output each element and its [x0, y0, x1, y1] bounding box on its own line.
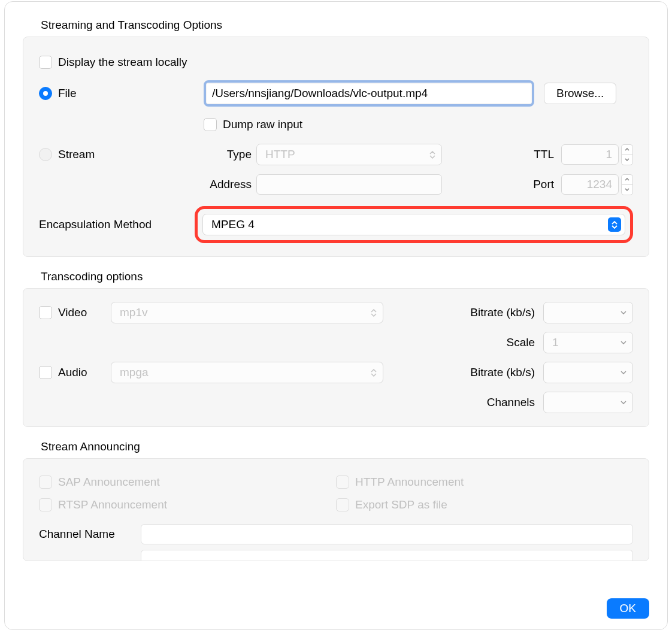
chevron-down-icon [618, 396, 629, 409]
transcoding-section-title: Transcoding options [41, 270, 649, 283]
video-bitrate-select[interactable] [543, 302, 633, 323]
chevron-down-icon [618, 306, 629, 319]
http-ann-label: HTTP Announcement [355, 476, 464, 489]
http-ann-row: HTTP Announcement [336, 472, 633, 492]
port-stepper-up[interactable] [621, 174, 633, 184]
channel-name-input[interactable] [141, 524, 633, 544]
audio-codec-select[interactable]: mpga [111, 362, 383, 383]
ttl-stepper-down[interactable] [621, 155, 633, 165]
video-label: Video [58, 306, 87, 319]
export-sdp-checkbox [336, 498, 349, 511]
port-stepper [621, 174, 633, 195]
channel-name-row: Channel Name [39, 522, 633, 546]
port-label: Port [533, 178, 554, 191]
encapsulation-select[interactable]: MPEG 4 [202, 214, 625, 235]
display-locally-row: Display the stream locally [39, 50, 633, 74]
ttl-stepper [621, 144, 633, 165]
rtsp-checkbox [39, 498, 52, 511]
video-checkbox[interactable] [39, 306, 52, 319]
audio-bitrate-select[interactable] [543, 362, 633, 383]
dialog-window: Streaming and Transcoding Options Displa… [4, 1, 668, 630]
audio-label: Audio [58, 366, 87, 379]
type-label: Type [204, 148, 252, 161]
address-input[interactable] [256, 174, 442, 195]
chevron-up-down-icon [608, 217, 621, 232]
stream-type-value: HTTP [265, 148, 295, 161]
export-sdp-label: Export SDP as file [355, 498, 447, 511]
chevron-up-down-icon [368, 366, 379, 379]
scale-row: Scale 1 [39, 332, 633, 353]
content: Streaming and Transcoding Options Displa… [5, 2, 667, 561]
channel-name-label: Channel Name [39, 528, 141, 541]
video-codec-select[interactable]: mp1v [111, 302, 383, 323]
audio-row: Audio mpga Bitrate (kb/s) [39, 362, 633, 383]
display-locally-label: Display the stream locally [58, 56, 187, 69]
stream-type-row: Stream Type HTTP TTL [39, 143, 633, 166]
rtsp-label: RTSP Announcement [58, 498, 167, 511]
file-radio[interactable] [39, 87, 52, 100]
channels-row: Channels [39, 392, 633, 413]
file-path-focus-ring [204, 80, 534, 107]
video-codec-value: mp1v [120, 306, 147, 319]
stream-label: Stream [58, 148, 95, 161]
transcoding-panel: Video mp1v Bitrate (kb/s) [23, 288, 649, 427]
chevron-down-icon [625, 158, 629, 161]
rtsp-row: RTSP Announcement [39, 495, 336, 515]
announcing-section-title: Stream Announcing [41, 440, 649, 453]
dump-raw-checkbox[interactable] [204, 118, 217, 131]
file-path-input[interactable] [207, 84, 531, 103]
file-label: File [58, 87, 77, 100]
truncated-input[interactable] [141, 550, 633, 561]
ttl-label: TTL [534, 148, 554, 161]
sap-row: SAP Announcement [39, 472, 336, 492]
browse-button[interactable]: Browse... [544, 83, 616, 104]
scale-value: 1 [552, 336, 559, 349]
chevron-up-down-icon [427, 148, 438, 161]
audio-bitrate-label: Bitrate (kb/s) [470, 366, 535, 379]
http-ann-checkbox [336, 476, 349, 489]
chevron-up-icon [625, 178, 629, 181]
scale-label: Scale [506, 336, 535, 349]
dump-raw-row: Dump raw input [39, 113, 633, 137]
encapsulation-row: Encapsulation Method MPEG 4 [39, 206, 633, 243]
chevron-down-icon [618, 366, 629, 379]
port-stepper-down[interactable] [621, 184, 633, 195]
video-bitrate-label: Bitrate (kb/s) [470, 306, 535, 319]
export-sdp-row: Export SDP as file [336, 495, 633, 515]
dump-raw-label: Dump raw input [223, 118, 302, 131]
audio-codec-value: mpga [120, 366, 149, 379]
ttl-input[interactable] [561, 144, 619, 165]
ok-button[interactable]: OK [607, 598, 649, 619]
encapsulation-value: MPEG 4 [211, 218, 255, 231]
stream-radio[interactable] [39, 148, 52, 161]
sap-label: SAP Announcement [58, 476, 160, 489]
scale-select[interactable]: 1 [543, 332, 633, 353]
port-input[interactable] [561, 174, 619, 195]
chevron-down-icon [618, 336, 629, 349]
chevron-up-icon [625, 148, 629, 151]
chevron-down-icon [625, 188, 629, 191]
display-locally-checkbox[interactable] [39, 56, 52, 69]
video-row: Video mp1v Bitrate (kb/s) [39, 302, 633, 323]
channels-select[interactable] [543, 392, 633, 413]
ttl-stepper-up[interactable] [621, 144, 633, 155]
encapsulation-label: Encapsulation Method [39, 218, 195, 231]
channels-label: Channels [487, 396, 535, 409]
file-row: File Browse... [39, 80, 633, 107]
encapsulation-highlight: MPEG 4 [195, 206, 633, 243]
address-label: Address [204, 178, 252, 191]
address-port-row: Address Port [39, 172, 633, 196]
streaming-section-title: Streaming and Transcoding Options [41, 19, 649, 32]
truncated-row [39, 550, 633, 561]
audio-checkbox[interactable] [39, 366, 52, 379]
streaming-panel: Display the stream locally File Browse..… [23, 37, 649, 257]
chevron-up-down-icon [368, 306, 379, 319]
announcing-panel: SAP Announcement RTSP Announcement HTTP … [23, 458, 649, 561]
sap-checkbox [39, 476, 52, 489]
stream-type-select[interactable]: HTTP [256, 144, 442, 165]
truncated-label [39, 550, 141, 559]
